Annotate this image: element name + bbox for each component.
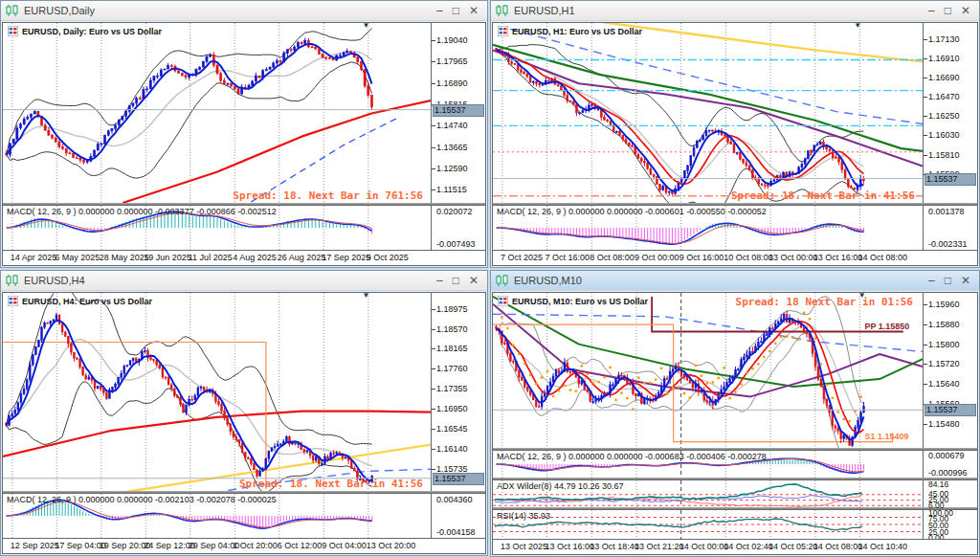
date-tick: 8 Oct 08:00 bbox=[590, 253, 635, 262]
price-axis[interactable]: 1.15537 1.171301.169101.166901.164701.16… bbox=[923, 23, 977, 203]
date-tick: 13 Oct 21:20 bbox=[635, 542, 684, 551]
titlebar[interactable]: EURUSD,H1 – □ ✕ bbox=[491, 1, 979, 21]
price-tick: 1.16470 bbox=[928, 92, 960, 101]
price-axis[interactable]: 1.15537 1.190401.179651.168901.158151.14… bbox=[431, 23, 485, 203]
window-title: EURUSD,M10 bbox=[514, 275, 924, 286]
date-axis[interactable]: 13 Oct 202513 Oct 16:0013 Oct 18:4013 Oc… bbox=[493, 539, 977, 554]
price-tick: 1.15960 bbox=[928, 300, 960, 309]
date-tick: 1 Oct 20:00 bbox=[233, 541, 278, 550]
rsi-axis[interactable]: 100.00 75.00 50.00 25.00 0.00 bbox=[923, 510, 977, 539]
price-tick: 1.17355 bbox=[436, 384, 468, 393]
date-axis[interactable]: 7 Oct 20257 Oct 16:008 Oct 08:009 Oct 00… bbox=[493, 250, 977, 265]
price-tick: 1.18570 bbox=[436, 324, 468, 334]
macd-min: -0.002331 bbox=[928, 239, 968, 249]
price-tick: 1.14740 bbox=[436, 121, 468, 130]
rsi-label: RSI(14) 35.93 bbox=[497, 511, 550, 521]
main-chart-pane[interactable]: EURUSD, H1: Euro vs US Dollar Spread: 18… bbox=[493, 23, 923, 203]
date-axis[interactable]: 14 Apr 20256 May 202528 May 202519 Jun 2… bbox=[3, 250, 485, 265]
maximize-button[interactable]: □ bbox=[453, 5, 459, 16]
adx-label: ADX Wilder(8) 44.79 10.26 30.67 bbox=[497, 481, 624, 491]
adx-axis[interactable]: 84.16 45.00 25.00 6.00 bbox=[923, 480, 977, 507]
minimize-button[interactable]: – bbox=[436, 5, 443, 16]
macd-label: MACD( 12, 26, 9 ) 0.000000 0.000000 -0.0… bbox=[497, 207, 767, 216]
main-chart-pane[interactable]: EURUSD, H4: Euro vs US Dollar Spread: 18… bbox=[3, 293, 431, 491]
chart-window-h4: EURUSD,H4 – □ ✕ EURUSD, H4: Euro vs US D… bbox=[0, 270, 488, 556]
price-tick: 1.17965 bbox=[436, 56, 468, 66]
price-tick: 1.16140 bbox=[436, 444, 468, 454]
pivot-pp-label: PP 1.15850 bbox=[864, 322, 909, 331]
close-button[interactable]: ✕ bbox=[469, 5, 479, 16]
main-chart-pane[interactable]: EURUSD, Daily: Euro vs US Dollar Spread:… bbox=[3, 23, 431, 203]
macd-min: -0.007493 bbox=[436, 239, 476, 249]
price-tick: 1.12590 bbox=[436, 164, 468, 173]
price-tick: 1.16250 bbox=[928, 111, 960, 121]
titlebar[interactable]: EURUSD,Daily – □ ✕ bbox=[1, 1, 487, 21]
spread-label: Spread: 18. Next Bar in 761:56 bbox=[233, 189, 423, 202]
maximize-button[interactable]: □ bbox=[453, 275, 459, 286]
date-tick: 10 Oct 08:00 bbox=[724, 253, 773, 262]
scroll-end-marker: ▼ bbox=[854, 23, 861, 30]
macd-label: MACD( 12, 26, 9 ) 0.000000 0.000000 -0.0… bbox=[7, 207, 277, 216]
date-tick: 9 Oct 04:00 bbox=[322, 541, 367, 550]
close-button[interactable]: ✕ bbox=[961, 275, 970, 286]
date-tick: 28 May 2025 bbox=[100, 253, 149, 262]
price-tick: 1.11515 bbox=[436, 185, 467, 194]
rsi-pane[interactable]: RSI(14) 35.93 bbox=[493, 510, 923, 539]
main-chart-pane[interactable]: EURUSD, M10: Euro vs US Dollar Spread: 1… bbox=[493, 293, 923, 448]
titlebar[interactable]: EURUSD,M10 – □ ✕ bbox=[491, 271, 979, 291]
date-tick: 13 Oct 20:00 bbox=[367, 541, 416, 550]
date-tick: 13 Oct 2025 bbox=[501, 542, 547, 551]
price-tick: 1.16950 bbox=[436, 404, 468, 413]
date-tick: 6 May 2025 bbox=[55, 253, 100, 262]
maximize-button[interactable]: □ bbox=[945, 275, 951, 286]
macd-axis[interactable]: 0.000679 -0.000996 bbox=[923, 451, 977, 478]
symbol-label: EURUSD, M10: Euro vs US Dollar bbox=[498, 296, 648, 306]
macd-axis[interactable]: 0.001378 -0.002331 bbox=[923, 206, 977, 250]
macd-axis[interactable]: 0.004360 -0.004158 bbox=[431, 494, 485, 538]
adx-pane[interactable]: ADX Wilder(8) 44.79 10.26 30.67 bbox=[493, 480, 923, 507]
window-title: EURUSD,H1 bbox=[514, 5, 924, 16]
titlebar[interactable]: EURUSD,H4 – □ ✕ bbox=[1, 271, 487, 291]
macd-min: -0.000996 bbox=[928, 468, 968, 478]
minimize-button[interactable]: – bbox=[928, 5, 935, 16]
price-tick: 1.17130 bbox=[928, 34, 960, 44]
date-axis[interactable]: 12 Sep 202517 Sep 04:0019 Sep 20:0024 Se… bbox=[3, 538, 485, 553]
spread-label: Spread: 18. Next Bar in 41:56 bbox=[239, 478, 423, 490]
mt-candles-icon bbox=[496, 5, 509, 16]
macd-pane[interactable]: MACD( 12, 26, 9 ) 0.000000 0.000000 -0.0… bbox=[3, 206, 431, 250]
minimize-button[interactable]: – bbox=[928, 275, 935, 286]
quotes-icon bbox=[498, 296, 508, 306]
maximize-button[interactable]: □ bbox=[945, 5, 951, 16]
macd-pane[interactable]: MACD( 12, 26, 9 ) 0.000000 0.000000 -0.0… bbox=[3, 494, 431, 538]
chart-client: EURUSD, H1: Euro vs US Dollar Spread: 18… bbox=[492, 22, 978, 266]
chart-client: EURUSD, M10: Euro vs US Dollar Spread: 1… bbox=[492, 292, 978, 555]
price-tick: 1.15480 bbox=[928, 419, 960, 429]
macd-axis[interactable]: 0.020072 -0.007493 bbox=[431, 206, 485, 250]
date-tick: 9 Oct 16:00 bbox=[679, 253, 724, 262]
date-tick: 6 Oct 12:00 bbox=[278, 541, 323, 550]
macd-max: 0.020072 bbox=[436, 207, 473, 216]
price-tick: 1.16030 bbox=[928, 130, 960, 140]
close-button[interactable]: ✕ bbox=[469, 275, 479, 286]
macd-max: 0.004360 bbox=[436, 495, 473, 504]
date-tick: 13 Oct 18:40 bbox=[590, 542, 639, 551]
price-tick: 1.16910 bbox=[928, 54, 960, 63]
window-title: EURUSD,Daily bbox=[24, 5, 432, 16]
scroll-end-marker: ▼ bbox=[362, 23, 369, 30]
price-axis[interactable]: 1.15537 1.189751.185701.181651.177601.17… bbox=[431, 293, 485, 491]
quotes-icon bbox=[8, 296, 18, 306]
price-tick: 1.15800 bbox=[928, 340, 960, 349]
price-tick: 1.16545 bbox=[436, 424, 468, 434]
close-button[interactable]: ✕ bbox=[961, 5, 970, 16]
minimize-button[interactable]: – bbox=[436, 275, 443, 286]
price-axis[interactable]: 1.15537 1.159601.158801.158001.157201.15… bbox=[923, 293, 977, 448]
macd-pane[interactable]: MACD( 12, 26, 9 ) 0.000000 0.000000 -0.0… bbox=[493, 206, 923, 250]
chart-window-h1: EURUSD,H1 – □ ✕ EURUSD, H1: Euro vs US D… bbox=[490, 0, 980, 268]
macd-pane[interactable]: MACD( 12, 26, 9 ) 0.000000 0.000000 -0.0… bbox=[493, 451, 923, 478]
date-tick: 17 Sep 2025 bbox=[322, 253, 370, 262]
macd-label: MACD( 12, 26, 9 ) 0.000000 0.000000 -0.0… bbox=[497, 452, 767, 461]
quotes-icon bbox=[8, 26, 18, 36]
current-price-tag: 1.15537 bbox=[433, 104, 484, 117]
price-tick: 1.16890 bbox=[436, 78, 468, 88]
date-tick: 14 Oct 10:40 bbox=[858, 542, 907, 551]
